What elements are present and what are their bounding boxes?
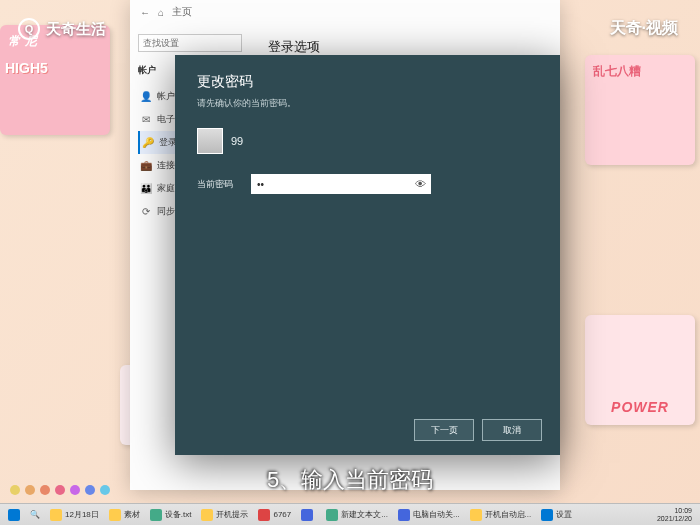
video-caption: 5、输入当前密码	[267, 465, 433, 495]
current-password-label: 当前密码	[197, 178, 237, 191]
watermark-logo-icon: Q	[18, 18, 40, 40]
settings-search-input[interactable]	[138, 34, 242, 52]
change-password-modal: 更改密码 请先确认你的当前密码。 99 当前密码 👁 下一页 取消	[175, 55, 560, 455]
taskbar-item-5[interactable]	[297, 507, 320, 523]
sidebar-icon: 🔑	[142, 137, 153, 148]
dock-dot	[10, 485, 20, 495]
reveal-password-icon[interactable]: 👁	[413, 177, 427, 191]
current-password-input[interactable]	[251, 174, 431, 194]
desktop-sticky-2: 乱七八糟	[585, 55, 695, 165]
taskbar-clock[interactable]: 10:09 2021/12/20	[657, 507, 696, 522]
dock-dot	[100, 485, 110, 495]
dock-dot	[55, 485, 65, 495]
search-taskbar-icon[interactable]: 🔍	[26, 508, 44, 521]
cancel-button[interactable]: 取消	[482, 419, 542, 441]
taskbar[interactable]: 🔍 12月18日素材设备.txt开机提示6767新建文本文...电脑自动关...…	[0, 503, 700, 525]
taskbar-item-2[interactable]: 设备.txt	[146, 507, 196, 523]
taskbar-item-4[interactable]: 6767	[254, 507, 295, 523]
next-button[interactable]: 下一页	[414, 419, 474, 441]
taskbar-item-8[interactable]: 开机自动启...	[466, 507, 536, 523]
sidebar-icon: 👤	[140, 91, 151, 102]
password-field-row: 当前密码 👁	[197, 174, 538, 194]
dock-dot	[70, 485, 80, 495]
taskbar-item-0[interactable]: 12月18日	[46, 507, 103, 523]
modal-subtitle: 请先确认你的当前密码。	[197, 97, 538, 110]
sidebar-icon: ✉	[140, 114, 151, 125]
watermark-top-left: Q 天奇生活	[18, 18, 106, 40]
settings-titlebar: ← ⌂ 主页	[130, 0, 560, 24]
username-label: 99	[231, 135, 243, 147]
page-title: 登录选项	[268, 38, 542, 56]
dock-dot	[85, 485, 95, 495]
modal-user-row: 99	[197, 128, 538, 154]
modal-title: 更改密码	[197, 73, 538, 91]
dock-dot	[40, 485, 50, 495]
watermark-top-right: 天奇·视频	[610, 18, 678, 39]
sidebar-icon: 👪	[140, 183, 151, 194]
taskbar-item-3[interactable]: 开机提示	[197, 507, 252, 523]
taskbar-item-6[interactable]: 新建文本文...	[322, 507, 392, 523]
desktop-dock-dots	[10, 485, 110, 495]
dock-dot	[25, 485, 35, 495]
start-button[interactable]	[4, 507, 24, 523]
taskbar-item-9[interactable]: 设置	[537, 507, 576, 523]
settings-home-label: 主页	[172, 5, 192, 19]
taskbar-item-1[interactable]: 素材	[105, 507, 144, 523]
desktop-high5-text: HIGH5	[5, 60, 48, 76]
sidebar-icon: 💼	[140, 160, 151, 171]
back-icon[interactable]: ←	[140, 7, 150, 18]
desktop-sticky-1: 常 尼	[0, 25, 110, 135]
sidebar-icon: ⟳	[140, 206, 151, 217]
avatar	[197, 128, 223, 154]
desktop-sticky-3: POWER	[585, 315, 695, 425]
taskbar-item-7[interactable]: 电脑自动关...	[394, 507, 464, 523]
home-icon[interactable]: ⌂	[158, 7, 164, 18]
